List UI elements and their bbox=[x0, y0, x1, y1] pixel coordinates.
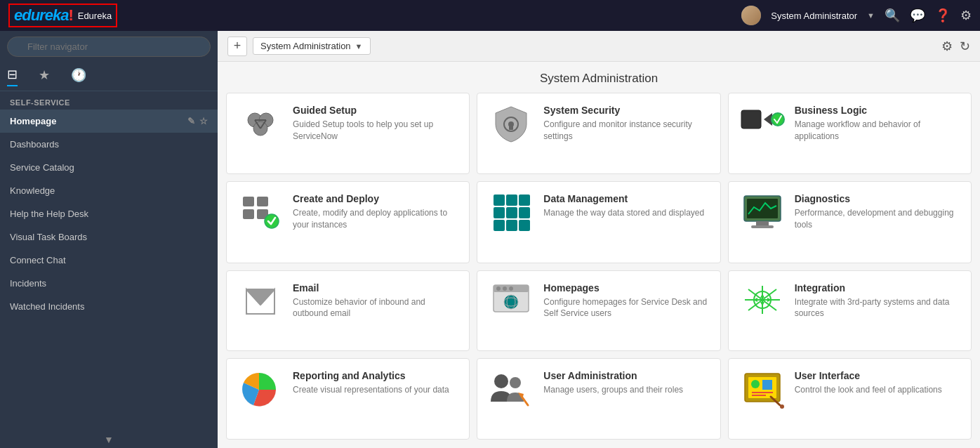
dropdown-arrow-icon[interactable]: ▼ bbox=[867, 11, 875, 20]
card-user-administration[interactable]: User AdministrationManage users, groups … bbox=[477, 358, 720, 440]
svg-rect-15 bbox=[257, 197, 268, 206]
card-email[interactable]: EmailCustomize behavior of inbound and o… bbox=[226, 270, 470, 351]
card-desc-homepages: Configure homepages for Service Desk and… bbox=[543, 296, 708, 320]
svg-rect-25 bbox=[506, 207, 517, 218]
sidebar-item[interactable]: Visual Task Boards bbox=[0, 225, 218, 249]
card-title-user-administration: User Administration bbox=[543, 370, 708, 381]
content-header: + System Administration ▼ ⚙ ↻ bbox=[218, 31, 980, 62]
card-text-reporting: Reporting and AnalyticsCreate visual rep… bbox=[293, 370, 458, 396]
filter-nav-area: ⊟ bbox=[0, 31, 218, 62]
guided-setup-icon bbox=[238, 105, 283, 140]
card-data-management[interactable]: Data ManagementManage the way data store… bbox=[477, 181, 720, 263]
business-logic-icon bbox=[740, 105, 785, 134]
svg-point-58 bbox=[510, 377, 521, 388]
card-integration[interactable]: IntegrationIntegrate with 3rd-party syst… bbox=[728, 270, 972, 351]
logo-text: edureka bbox=[14, 6, 68, 25]
sidebar-item[interactable]: Knowledge bbox=[0, 179, 218, 202]
svg-rect-27 bbox=[494, 220, 505, 231]
tab-clock[interactable]: 🕐 bbox=[71, 67, 86, 86]
card-system-security[interactable]: System SecurityConfigure and monitor ins… bbox=[477, 93, 720, 174]
diagnostics-icon bbox=[740, 193, 785, 232]
card-desc-guided-setup: Guided Setup tools to help you set up Se… bbox=[293, 119, 458, 143]
svg-marker-53 bbox=[760, 302, 764, 306]
card-diagnostics[interactable]: DiagnosticsPerformance, development and … bbox=[728, 181, 972, 263]
help-icon[interactable]: ❓ bbox=[935, 8, 951, 23]
svg-marker-52 bbox=[760, 294, 764, 298]
svg-point-57 bbox=[494, 374, 508, 388]
card-desc-create-deploy: Create, modify and deploy applications t… bbox=[293, 207, 458, 231]
header-left: + System Administration ▼ bbox=[227, 37, 371, 56]
admin-name-label: System Administrator bbox=[771, 11, 857, 21]
svg-point-42 bbox=[503, 286, 507, 291]
svg-rect-29 bbox=[519, 220, 530, 231]
card-title-diagnostics: Diagnostics bbox=[795, 193, 960, 204]
chat-icon[interactable]: 💬 bbox=[910, 8, 925, 23]
sidebar-item[interactable]: Service Catalog bbox=[0, 156, 218, 179]
filter-input[interactable] bbox=[7, 37, 211, 57]
edit-icon[interactable]: ✎ bbox=[187, 116, 195, 126]
content-area: + System Administration ▼ ⚙ ↻ System Adm… bbox=[218, 31, 980, 448]
sidebar-scroll-down[interactable]: ▼ bbox=[0, 431, 218, 448]
sidebar-item[interactable]: Watched Incidents bbox=[0, 295, 218, 318]
card-title-system-security: System Security bbox=[543, 105, 708, 116]
svg-rect-23 bbox=[519, 195, 530, 206]
card-text-guided-setup: Guided SetupGuided Setup tools to help y… bbox=[293, 105, 458, 143]
card-title-business-logic: Business Logic bbox=[795, 105, 960, 116]
user-admin-icon bbox=[489, 370, 534, 409]
card-desc-data-management: Manage the way data stored and displayed bbox=[543, 207, 708, 219]
card-homepages[interactable]: HomepagesConfigure homepages for Service… bbox=[477, 270, 720, 351]
page-title: System Administration bbox=[218, 62, 980, 93]
sidebar-item[interactable]: Homepage✎☆ bbox=[0, 110, 218, 133]
tab-star[interactable]: ★ bbox=[39, 67, 50, 86]
card-title-create-deploy: Create and Deploy bbox=[293, 193, 458, 204]
card-reporting[interactable]: Reporting and AnalyticsCreate visual rep… bbox=[226, 358, 470, 440]
sidebar-item[interactable]: Dashboards bbox=[0, 133, 218, 156]
sidebar-item-label: Connect Chat bbox=[10, 255, 66, 265]
card-desc-business-logic: Manage workflow and behavior of applicat… bbox=[795, 119, 960, 143]
sidebar-tabs: ⊟ ★ 🕐 bbox=[0, 62, 218, 91]
homepages-icon bbox=[489, 282, 534, 317]
search-icon[interactable]: 🔍 bbox=[885, 8, 900, 23]
avatar[interactable] bbox=[741, 6, 761, 25]
card-user-interface[interactable]: User InterfaceControl the look and feel … bbox=[728, 358, 972, 440]
card-desc-user-administration: Manage users, groups and their roles bbox=[543, 384, 708, 396]
svg-point-18 bbox=[265, 214, 279, 228]
sidebar-item-label: Incidents bbox=[10, 278, 46, 289]
filter-wrapper: ⊟ bbox=[7, 37, 211, 57]
add-tab-button[interactable]: + bbox=[227, 37, 247, 56]
star-icon[interactable]: ☆ bbox=[199, 116, 208, 126]
refresh-icon[interactable]: ↻ bbox=[960, 39, 970, 54]
sidebar-item-label: Dashboards bbox=[10, 139, 59, 150]
sidebar: ⊟ ⊟ ★ 🕐 Self-Service Homepage✎☆Dashboard… bbox=[0, 31, 218, 448]
svg-point-11 bbox=[772, 113, 784, 126]
logo-area[interactable]: edureka! Edureka bbox=[8, 4, 117, 27]
card-title-guided-setup: Guided Setup bbox=[293, 105, 458, 116]
card-text-create-deploy: Create and DeployCreate, modify and depl… bbox=[293, 193, 458, 231]
top-navigation: edureka! Edureka System Administrator ▼ … bbox=[0, 0, 980, 31]
card-title-reporting: Reporting and Analytics bbox=[293, 370, 458, 381]
tab-home[interactable]: ⊟ bbox=[7, 67, 18, 86]
svg-rect-21 bbox=[494, 195, 505, 206]
card-desc-user-interface: Control the look and feel of application… bbox=[795, 384, 960, 396]
card-text-user-administration: User AdministrationManage users, groups … bbox=[543, 370, 708, 396]
card-business-logic[interactable]: Business LogicManage workflow and behavi… bbox=[728, 93, 972, 174]
sidebar-item-label: Watched Incidents bbox=[10, 301, 84, 312]
sidebar-item[interactable]: Incidents bbox=[0, 272, 218, 295]
card-guided-setup[interactable]: Guided SetupGuided Setup tools to help y… bbox=[226, 93, 470, 174]
card-text-email: EmailCustomize behavior of inbound and o… bbox=[293, 282, 458, 320]
sidebar-item[interactable]: Help the Help Desk bbox=[0, 202, 218, 225]
breadcrumb-dropdown[interactable]: System Administration ▼ bbox=[253, 37, 371, 55]
configure-icon[interactable]: ⚙ bbox=[941, 39, 953, 54]
nav-right: System Administrator ▼ 🔍 💬 ❓ ⚙ bbox=[741, 6, 972, 25]
svg-rect-26 bbox=[519, 207, 530, 218]
card-text-user-interface: User InterfaceControl the look and feel … bbox=[795, 370, 960, 396]
card-title-integration: Integration bbox=[795, 282, 960, 294]
sidebar-item[interactable]: Connect Chat bbox=[0, 249, 218, 272]
card-text-diagnostics: DiagnosticsPerformance, development and … bbox=[795, 193, 960, 231]
svg-rect-24 bbox=[494, 207, 505, 218]
card-desc-diagnostics: Performance, development and debugging t… bbox=[795, 207, 960, 231]
svg-rect-16 bbox=[243, 209, 254, 219]
main-layout: ⊟ ⊟ ★ 🕐 Self-Service Homepage✎☆Dashboard… bbox=[0, 31, 980, 448]
settings-icon[interactable]: ⚙ bbox=[960, 8, 972, 23]
card-create-deploy[interactable]: Create and DeployCreate, modify and depl… bbox=[226, 181, 470, 263]
